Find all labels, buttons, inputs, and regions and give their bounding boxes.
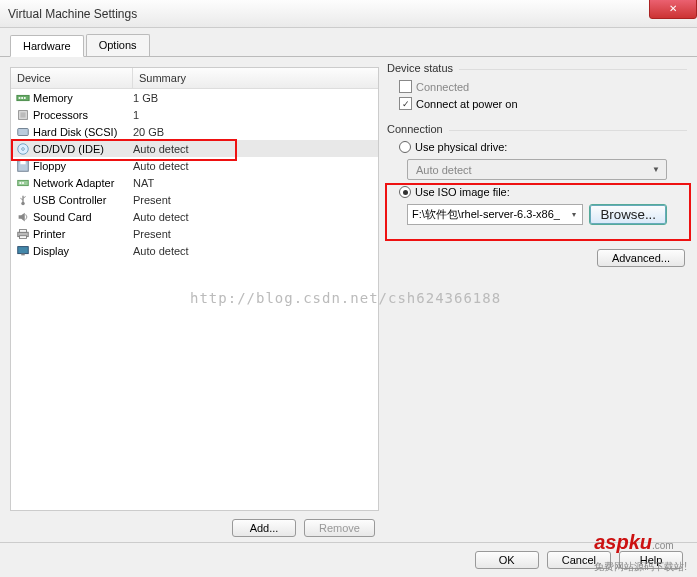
svg-rect-6 (18, 128, 29, 135)
device-name: Network Adapter (33, 177, 133, 189)
harddisk-icon (15, 125, 31, 139)
table-row[interactable]: Hard Disk (SCSI) 20 GB (11, 123, 378, 140)
iso-label: Use ISO image file: (415, 186, 510, 198)
titlebar: Virtual Machine Settings ✕ (0, 0, 697, 28)
connected-label: Connected (416, 81, 469, 93)
svg-rect-13 (22, 182, 24, 184)
table-row[interactable]: Network Adapter NAT (11, 174, 378, 191)
device-summary: Auto detect (133, 160, 189, 172)
iso-path-input[interactable]: F:\软件包\rhel-server-6.3-x86_ ▾ (407, 204, 583, 225)
device-summary: Present (133, 194, 171, 206)
close-button[interactable]: ✕ (649, 0, 697, 19)
svg-rect-10 (20, 160, 25, 164)
device-summary: Auto detect (133, 211, 189, 223)
network-icon (15, 176, 31, 190)
connect-poweron-label: Connect at power on (416, 98, 518, 110)
svg-rect-20 (20, 229, 27, 232)
printer-icon (15, 227, 31, 241)
svg-rect-1 (19, 97, 21, 99)
table-row[interactable]: Floppy Auto detect (11, 157, 378, 174)
device-summary: 20 GB (133, 126, 164, 138)
svg-rect-12 (20, 182, 22, 184)
table-row[interactable]: Printer Present (11, 225, 378, 242)
table-row[interactable]: Processors 1 (11, 106, 378, 123)
svg-rect-23 (21, 253, 25, 255)
hardware-panel: Device Summary Memory 1 GB Processors 1 … (10, 67, 379, 537)
physical-drive-radio[interactable] (399, 141, 411, 153)
device-table: Device Summary Memory 1 GB Processors 1 … (10, 67, 379, 511)
device-summary: NAT (133, 177, 154, 189)
device-name: Floppy (33, 160, 133, 172)
add-button[interactable]: Add... (232, 519, 296, 537)
close-icon: ✕ (669, 3, 677, 14)
device-name: Hard Disk (SCSI) (33, 126, 133, 138)
device-name: Memory (33, 92, 133, 104)
window-title: Virtual Machine Settings (8, 7, 137, 21)
connection-group: Connection Use physical drive: Auto dete… (387, 130, 687, 239)
device-name: CD/DVD (IDE) (33, 143, 133, 155)
help-button[interactable]: Help (619, 551, 683, 569)
chevron-down-icon[interactable]: ▾ (570, 210, 578, 219)
device-summary: 1 (133, 109, 139, 121)
group-title: Connection (387, 123, 449, 135)
browse-button[interactable]: Browse... (589, 204, 667, 225)
col-header-device[interactable]: Device (11, 68, 133, 88)
svg-rect-5 (20, 112, 25, 117)
usb-icon (15, 193, 31, 207)
table-header: Device Summary (11, 68, 378, 89)
settings-panel: Device status Connected ✓ Connect at pow… (387, 67, 687, 537)
sound-icon (15, 210, 31, 224)
physical-drive-label: Use physical drive: (415, 141, 507, 153)
tab-hardware[interactable]: Hardware (10, 35, 84, 57)
table-row[interactable]: USB Controller Present (11, 191, 378, 208)
svg-point-8 (22, 147, 25, 150)
iso-path-value: F:\软件包\rhel-server-6.3-x86_ (412, 207, 570, 222)
table-row[interactable]: Display Auto detect (11, 242, 378, 259)
device-summary: Auto detect (133, 245, 189, 257)
device-name: USB Controller (33, 194, 133, 206)
advanced-button[interactable]: Advanced... (597, 249, 685, 267)
cancel-button[interactable]: Cancel (547, 551, 611, 569)
device-name: Display (33, 245, 133, 257)
iso-radio[interactable] (399, 186, 411, 198)
table-row[interactable]: Memory 1 GB (11, 89, 378, 106)
chevron-down-icon: ▼ (650, 165, 662, 174)
svg-marker-18 (19, 212, 25, 221)
physical-drive-dropdown: Auto detect ▼ (407, 159, 667, 180)
device-name: Sound Card (33, 211, 133, 223)
tab-options[interactable]: Options (86, 34, 150, 56)
svg-rect-3 (24, 97, 26, 99)
cddvd-icon (15, 142, 31, 156)
table-row[interactable]: Sound Card Auto detect (11, 208, 378, 225)
svg-rect-21 (20, 235, 27, 238)
dialog-buttons: OK Cancel Help (0, 542, 697, 577)
display-icon (15, 244, 31, 258)
device-name: Printer (33, 228, 133, 240)
table-row[interactable]: CD/DVD (IDE) Auto detect (11, 140, 378, 157)
svg-rect-22 (18, 246, 29, 253)
floppy-icon (15, 159, 31, 173)
cpu-icon (15, 108, 31, 122)
device-name: Processors (33, 109, 133, 121)
device-summary: Auto detect (133, 143, 189, 155)
memory-icon (15, 91, 31, 105)
connected-checkbox[interactable] (399, 80, 412, 93)
connect-poweron-checkbox[interactable]: ✓ (399, 97, 412, 110)
ok-button[interactable]: OK (475, 551, 539, 569)
group-title: Device status (387, 62, 459, 74)
device-summary: Present (133, 228, 171, 240)
dropdown-value: Auto detect (412, 164, 650, 176)
remove-button[interactable]: Remove (304, 519, 375, 537)
svg-rect-2 (21, 97, 23, 99)
tab-strip: Hardware Options (0, 28, 697, 57)
device-status-group: Device status Connected ✓ Connect at pow… (387, 69, 687, 126)
device-summary: 1 GB (133, 92, 158, 104)
col-header-summary[interactable]: Summary (133, 68, 378, 88)
